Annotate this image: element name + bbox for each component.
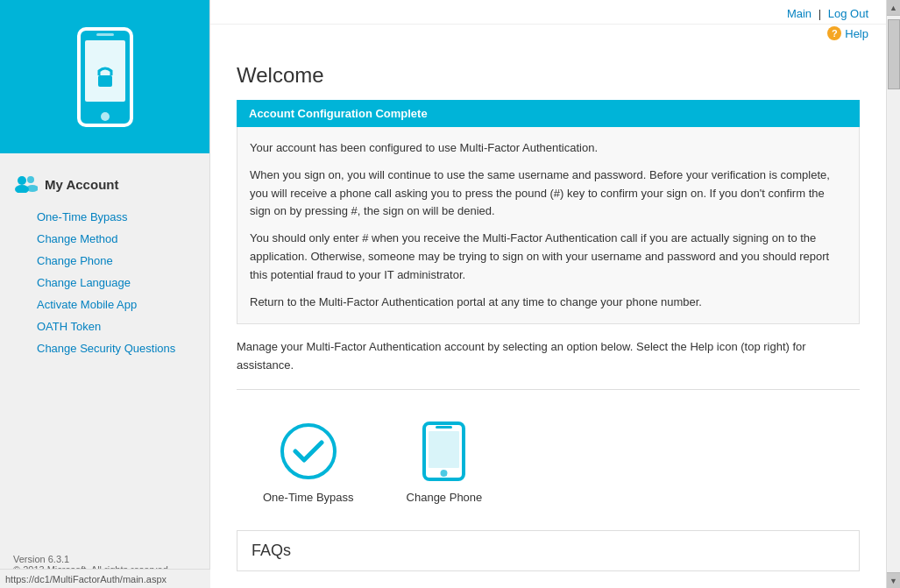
svg-point-13	[441, 470, 448, 477]
one-time-bypass-label: One-Time Bypass	[263, 491, 354, 504]
sidebar-item-change-phone[interactable]: Change Phone	[0, 250, 209, 272]
one-time-bypass-button[interactable]: One-Time Bypass	[263, 421, 354, 504]
info-box: Your account has been configured to use …	[237, 127, 860, 324]
sidebar: My Account One-Time Bypass Change Method…	[0, 0, 210, 588]
status-url: https://dc1/MultiFactorAuth/main.aspx	[5, 574, 167, 584]
sidebar-nav: My Account One-Time Bypass Change Method…	[0, 153, 209, 545]
scrollbar-up-button[interactable]: ▲	[887, 0, 901, 16]
manage-text: Manage your Multi-Factor Authentication …	[237, 338, 860, 375]
help-icon: ?	[827, 26, 841, 40]
change-phone-button[interactable]: Change Phone	[407, 421, 483, 504]
scrollbar-down-button[interactable]: ▼	[887, 572, 901, 588]
section-divider	[237, 389, 860, 390]
sidebar-item-one-time-bypass[interactable]: One-Time Bypass	[0, 206, 209, 228]
info-para-2: When you sign on, you will continue to u…	[250, 166, 847, 221]
faqs-section: FAQs	[237, 530, 860, 571]
svg-point-9	[282, 425, 335, 478]
main-content: Main | Log Out ? Help Welcome Account Co…	[210, 0, 886, 588]
account-label: My Account	[45, 177, 118, 192]
svg-rect-12	[436, 426, 452, 429]
sidebar-item-activate-mobile-app[interactable]: Activate Mobile App	[0, 294, 209, 315]
sidebar-item-change-language[interactable]: Change Language	[0, 272, 209, 294]
logo-icon	[66, 25, 145, 130]
help-link[interactable]: ? Help	[210, 25, 886, 46]
info-para-4: Return to the Multi-Factor Authenticatio…	[250, 294, 847, 312]
icon-grid: One-Time Bypass Change Phone	[237, 412, 860, 513]
sidebar-item-oath-token[interactable]: OATH Token	[0, 315, 209, 337]
svg-rect-2	[98, 75, 112, 87]
logout-link[interactable]: Log Out	[828, 7, 868, 20]
status-bar: https://dc1/MultiFactorAuth/main.aspx	[0, 569, 210, 588]
svg-rect-11	[429, 431, 459, 468]
svg-point-7	[27, 176, 34, 183]
sidebar-item-change-method[interactable]: Change Method	[0, 228, 209, 250]
account-icon	[13, 174, 38, 195]
main-link[interactable]: Main	[787, 7, 811, 20]
my-account-section: My Account	[0, 166, 209, 206]
top-bar: Main | Log Out	[210, 0, 886, 25]
help-label: Help	[845, 27, 868, 40]
change-phone-label: Change Phone	[407, 491, 483, 504]
top-bar-links: Main | Log Out	[787, 7, 868, 20]
svg-rect-1	[85, 40, 125, 102]
sidebar-item-change-security-questions[interactable]: Change Security Questions	[0, 337, 209, 359]
content-area: Welcome Account Configuration Complete Y…	[210, 46, 886, 588]
scrollbar-thumb[interactable]	[888, 19, 900, 89]
separator: |	[819, 7, 825, 20]
config-banner: Account Configuration Complete	[237, 100, 860, 127]
svg-point-5	[18, 176, 26, 185]
version-label: Version 6.3.1	[13, 554, 196, 564]
page-title: Welcome	[237, 63, 860, 88]
info-para-3: You should only enter # when you receive…	[250, 230, 847, 284]
scrollbar-track: ▲ ▼	[886, 0, 900, 588]
sidebar-logo	[0, 0, 209, 153]
svg-point-3	[101, 112, 110, 121]
svg-rect-4	[96, 33, 114, 36]
faqs-title: FAQs	[252, 542, 845, 560]
info-para-1: Your account has been configured to use …	[250, 139, 847, 158]
